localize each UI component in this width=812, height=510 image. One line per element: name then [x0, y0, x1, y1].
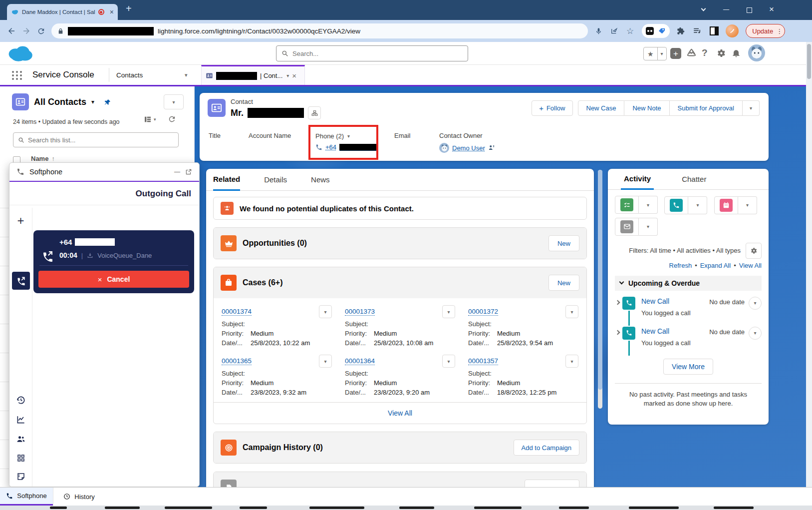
record-scrollbar[interactable]	[598, 170, 602, 409]
case-row-dropdown[interactable]: ▾	[565, 305, 578, 318]
org-chart-button[interactable]	[308, 106, 321, 119]
pin-list-button[interactable]	[99, 94, 115, 109]
add-to-campaign-button[interactable]: Add to Campaign	[514, 440, 579, 456]
case-number-link[interactable]: 00001364	[345, 357, 375, 365]
call-history-icon[interactable]	[16, 395, 26, 405]
activity-filter-gear-button[interactable]	[746, 243, 762, 259]
browser-scrollbar-thumb[interactable]	[807, 44, 811, 79]
browser-tab[interactable]: Dane Maddox | Contact | Sal ×	[7, 4, 118, 20]
refresh-list-icon[interactable]	[168, 115, 176, 123]
view-all-link[interactable]: View All	[739, 262, 762, 269]
workspace-tab-contact[interactable]: | Cont... ▾ ×	[201, 65, 305, 85]
expand-item-icon[interactable]	[615, 330, 620, 335]
section-collapse-icon[interactable]	[619, 280, 624, 285]
favorites-button-group[interactable]: ★ ▾	[643, 47, 667, 60]
change-owner-icon[interactable]	[488, 144, 495, 151]
activity-item-dropdown[interactable]: ▾	[749, 297, 762, 310]
stats-chart-icon[interactable]	[16, 415, 26, 425]
cases-title[interactable]: Cases (6+)	[243, 278, 283, 287]
new-task-dropdown[interactable]: ▾	[639, 196, 658, 214]
expand-item-icon[interactable]	[615, 300, 620, 305]
view-more-button[interactable]: View More	[663, 359, 713, 375]
nav-tab-contacts[interactable]: Contacts	[116, 71, 143, 79]
new-event-button[interactable]	[714, 196, 738, 214]
new-case-button[interactable]: New Case	[578, 100, 625, 116]
notifications-bell-icon[interactable]	[731, 48, 741, 58]
list-view-dropdown-icon[interactable]: ▾	[91, 98, 94, 105]
activity-title-link[interactable]: New Call	[641, 327, 669, 335]
activity-item-dropdown[interactable]: ▾	[749, 327, 762, 340]
forward-icon[interactable]	[20, 24, 33, 37]
tab-related[interactable]: Related	[213, 169, 240, 191]
new-note-button[interactable]: New Note	[624, 100, 669, 116]
list-search-input[interactable]	[28, 136, 168, 144]
log-a-call-button[interactable]	[664, 196, 688, 214]
workspace-tab-close-icon[interactable]: ×	[292, 71, 296, 80]
browser-menu-icon[interactable]: ⋮	[776, 27, 783, 35]
quick-create-icon[interactable]: +	[670, 48, 681, 59]
tab-close-icon[interactable]: ×	[110, 8, 114, 16]
softphone-header[interactable]: Softphone —	[9, 163, 199, 182]
favorites-dropdown-icon[interactable]: ▾	[658, 51, 666, 56]
global-search-box[interactable]	[276, 45, 468, 61]
contrast-extension-icon[interactable]	[710, 26, 719, 35]
cases-view-all-link[interactable]: View All	[388, 409, 412, 417]
activity-title-link[interactable]: New Call	[641, 297, 669, 305]
popout-icon[interactable]	[185, 168, 192, 175]
log-a-call-dropdown[interactable]: ▾	[688, 196, 707, 214]
cancel-call-button[interactable]: × Cancel	[38, 271, 189, 288]
outgoing-call-tab-icon[interactable]	[12, 272, 30, 290]
display-as-icon[interactable]: ▾	[144, 115, 156, 123]
favorite-star-icon[interactable]: ★	[644, 47, 658, 60]
submit-for-approval-button[interactable]: Submit for Approval	[670, 100, 743, 116]
case-number-link[interactable]: 00001357	[468, 357, 498, 365]
profile-avatar[interactable]	[726, 24, 739, 37]
expand-all-link[interactable]: Expand All	[700, 262, 731, 269]
window-minimize-icon[interactable]: —	[723, 6, 729, 13]
tab-details[interactable]: Details	[264, 175, 287, 184]
case-number-link[interactable]: 00001374	[222, 308, 252, 316]
help-icon[interactable]: ?	[702, 47, 708, 58]
reload-icon[interactable]	[35, 25, 47, 37]
minimize-panel-icon[interactable]: —	[174, 168, 180, 175]
utility-history-tab[interactable]: History	[53, 488, 105, 506]
opportunities-new-button[interactable]: New	[548, 235, 579, 251]
dialpad-grid-icon[interactable]	[16, 454, 25, 463]
trailhead-icon[interactable]	[686, 47, 697, 59]
name-column-header[interactable]: Name	[31, 155, 48, 162]
refresh-link[interactable]: Refresh	[669, 262, 692, 269]
email-button[interactable]	[615, 218, 639, 236]
tab-chatter[interactable]: Chatter	[682, 175, 706, 183]
case-number-link[interactable]: 00001373	[345, 308, 375, 316]
case-number-link[interactable]: 00001372	[468, 308, 498, 316]
tab-search-icon[interactable]	[701, 6, 706, 11]
new-task-button[interactable]	[615, 196, 639, 214]
extension-icon-1[interactable]	[646, 27, 654, 35]
new-event-dropdown[interactable]: ▾	[738, 196, 757, 214]
case-row-dropdown[interactable]: ▾	[442, 305, 455, 318]
url-bar[interactable]: lightning.force.com/lightning/r/Contact/…	[51, 23, 588, 38]
tab-news[interactable]: News	[311, 175, 330, 184]
list-view-title[interactable]: All Contacts	[34, 97, 86, 107]
window-close-icon[interactable]: ×	[769, 4, 774, 14]
window-maximize-icon[interactable]	[747, 7, 752, 13]
cases-new-button[interactable]: New	[548, 275, 579, 291]
owner-name-link[interactable]: Demo User	[452, 144, 485, 152]
case-number-link[interactable]: 00001365	[222, 357, 252, 365]
contacts-tab-dropdown-icon[interactable]: ▾	[185, 72, 188, 78]
playlist-icon[interactable]	[693, 26, 702, 35]
case-row-dropdown[interactable]: ▾	[565, 355, 578, 368]
campaign-title[interactable]: Campaign History (0)	[243, 443, 323, 452]
share-icon[interactable]	[610, 27, 618, 35]
extension-icon-2[interactable]	[658, 27, 666, 35]
more-actions-dropdown[interactable]: ▾	[743, 100, 760, 116]
email-dropdown[interactable]: ▾	[639, 218, 658, 236]
notes-icon[interactable]	[16, 472, 25, 481]
list-search-box[interactable]	[13, 132, 179, 147]
new-tab-button[interactable]: +	[126, 3, 132, 14]
user-avatar[interactable]	[748, 44, 765, 61]
opportunities-title[interactable]: Opportunities (0)	[243, 239, 307, 248]
tab-activity[interactable]: Activity	[621, 169, 654, 190]
puzzle-extensions-icon[interactable]	[677, 27, 685, 35]
bookmark-star-icon[interactable]: ☆	[626, 26, 634, 36]
